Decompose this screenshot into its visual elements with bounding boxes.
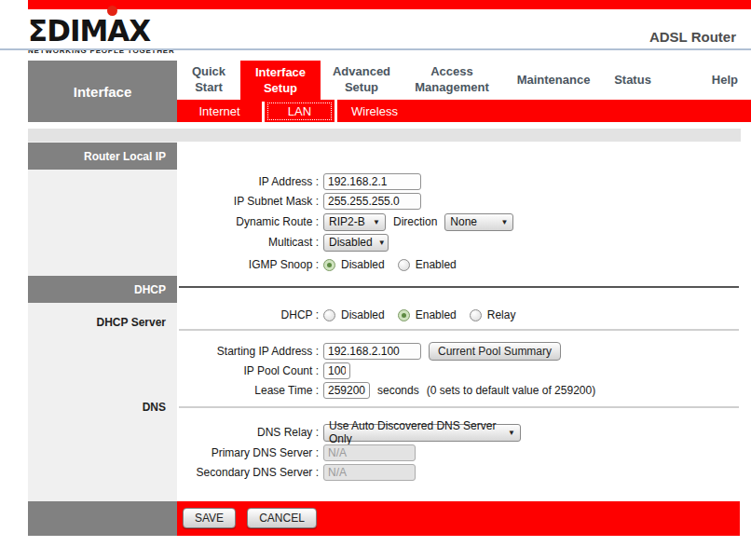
igmp-snoop-label: IGMP Snoop : — [177, 258, 323, 271]
router-admin-page: ΣDIMAX NETWORKING PEOPLE TOGETHER ADSL R… — [0, 0, 751, 560]
igmp-snoop-enabled-radio[interactable] — [398, 259, 410, 271]
dns-relay-label: DNS Relay : — [177, 426, 323, 439]
ip-address-row: IP Address : — [177, 172, 421, 191]
chevron-down-icon: ▼ — [508, 429, 515, 437]
multicast-label: Multicast : — [177, 236, 323, 249]
tab-advanced-setup[interactable]: Advanced Setup — [321, 61, 403, 100]
dynamic-route-label: Dynamic Route : — [177, 215, 323, 228]
dns-relay-select[interactable]: Use Auto Discovered DNS Server Only ▼ — [323, 424, 521, 442]
chevron-down-icon: ▼ — [500, 218, 508, 226]
secondary-dns-label: Secondary DNS Server : — [177, 466, 323, 479]
direction-label: Direction — [393, 215, 437, 228]
tab-maintenance[interactable]: Maintenance — [501, 61, 606, 100]
dynamic-route-select[interactable]: RIP2-B ▼ — [323, 213, 386, 231]
product-title: ADSL Router — [649, 29, 736, 45]
lease-time-note: (0 sets to default value of 259200) — [427, 384, 595, 397]
dhcp-relay-radio[interactable] — [470, 309, 482, 321]
starting-ip-input[interactable] — [323, 343, 421, 360]
lease-time-label: Lease Time : — [177, 384, 323, 397]
direction-select[interactable]: None ▼ — [444, 213, 513, 231]
dynamic-route-value: RIP2-B — [329, 215, 365, 228]
starting-ip-row: Starting IP Address : Current Pool Summa… — [177, 342, 561, 361]
lease-time-unit: seconds — [377, 384, 419, 397]
logo-brand-text: ΣDIMAX — [28, 15, 214, 45]
dns-relay-value: Use Auto Discovered DNS Server Only — [329, 419, 502, 445]
chevron-down-icon: ▼ — [378, 239, 386, 247]
dhcp-enabled-option-label: Enabled — [416, 308, 457, 321]
ip-subnet-mask-input[interactable] — [323, 193, 421, 210]
secondary-dns-row: Secondary DNS Server : — [177, 463, 416, 482]
ip-address-input[interactable] — [323, 173, 421, 190]
footer-sidebar-block — [28, 501, 177, 536]
main-nav: Quick Start Interface Setup Advanced Set… — [177, 61, 751, 100]
subtab-internet[interactable]: Internet — [177, 100, 262, 122]
dhcp-disabled-radio[interactable] — [323, 309, 335, 321]
tab-status[interactable]: Status — [606, 61, 660, 100]
footer-buttons: SAVE CANCEL — [183, 508, 317, 528]
cancel-button[interactable]: CANCEL — [247, 508, 317, 528]
multicast-value: Disabled — [329, 236, 373, 249]
ip-pool-count-input[interactable] — [323, 362, 350, 379]
tab-help[interactable]: Help — [660, 61, 751, 100]
sidebar-section-title: Interface — [28, 61, 177, 122]
section-header-dhcp: DHCP — [28, 276, 177, 303]
ip-subnet-mask-row: IP Subnet Mask : — [177, 192, 421, 211]
dynamic-route-row: Dynamic Route : RIP2-B ▼ Direction None … — [177, 212, 513, 231]
dns-relay-row: DNS Relay : Use Auto Discovered DNS Serv… — [177, 423, 521, 442]
sub-nav: Internet LAN Wireless — [177, 100, 751, 122]
section-label-dns: DNS — [28, 401, 166, 414]
save-button[interactable]: SAVE — [183, 508, 236, 528]
subtab-wireless[interactable]: Wireless — [337, 100, 412, 122]
ip-pool-count-label: IP Pool Count : — [177, 364, 323, 377]
subtab-lan[interactable]: LAN — [265, 100, 335, 122]
lease-time-row: Lease Time : seconds (0 sets to default … — [177, 381, 595, 400]
ip-address-label: IP Address : — [177, 175, 323, 188]
igmp-snoop-disabled-radio[interactable] — [323, 259, 335, 271]
dhcp-mode-row: DHCP : Disabled Enabled Relay — [177, 306, 528, 324]
ip-pool-count-row: IP Pool Count : — [177, 362, 350, 380]
dhcp-section-divider — [179, 286, 739, 288]
igmp-snoop-disabled-option-label: Disabled — [341, 258, 385, 271]
direction-value: None — [450, 215, 477, 228]
igmp-snoop-enabled-option-label: Enabled — [416, 258, 457, 271]
multicast-row: Multicast : Disabled ▼ — [177, 233, 389, 252]
current-pool-summary-button[interactable]: Current Pool Summary — [429, 342, 561, 361]
content-top-strip — [28, 129, 741, 142]
section-label-dhcp-server: DHCP Server — [28, 316, 166, 329]
ip-subnet-mask-label: IP Subnet Mask : — [177, 195, 323, 208]
dhcp-server-divider — [179, 329, 739, 331]
starting-ip-label: Starting IP Address : — [177, 345, 323, 358]
tab-interface-setup[interactable]: Interface Setup — [240, 61, 321, 102]
logo-red-dot-icon — [107, 6, 117, 16]
dhcp-mode-label: DHCP : — [177, 308, 323, 321]
edimax-logo: ΣDIMAX NETWORKING PEOPLE TOGETHER — [28, 7, 214, 50]
chevron-down-icon: ▼ — [373, 218, 380, 226]
footer-bar: SAVE CANCEL — [28, 501, 740, 536]
dhcp-enabled-radio[interactable] — [398, 309, 410, 321]
dns-divider — [179, 406, 739, 408]
dhcp-relay-option-label: Relay — [487, 308, 516, 321]
tab-quick-start[interactable]: Quick Start — [177, 61, 240, 100]
multicast-select[interactable]: Disabled ▼ — [323, 234, 389, 252]
primary-dns-label: Primary DNS Server : — [177, 446, 323, 459]
lease-time-input[interactable] — [323, 382, 370, 399]
header-divider — [0, 48, 751, 50]
tab-access-management[interactable]: Access Management — [403, 61, 501, 100]
subtab-lan-focus-box[interactable]: LAN — [267, 102, 332, 120]
primary-dns-row: Primary DNS Server : — [177, 444, 416, 462]
secondary-dns-input — [323, 464, 416, 481]
dhcp-disabled-option-label: Disabled — [341, 308, 385, 321]
igmp-snoop-row: IGMP Snoop : Disabled Enabled — [177, 255, 470, 274]
section-header-router-local-ip: Router Local IP — [28, 143, 177, 170]
primary-dns-input — [323, 444, 416, 461]
